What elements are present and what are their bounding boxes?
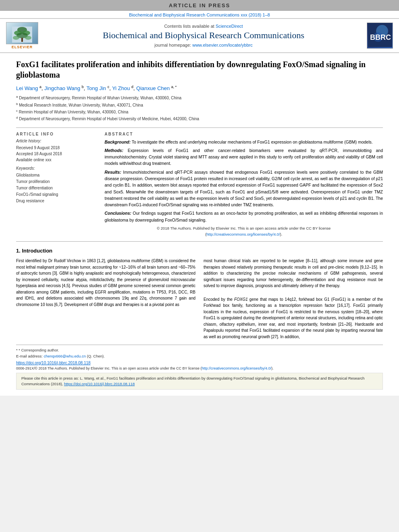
affiliation-d: d Department of Neurosurgery, Renmin Hos… <box>16 115 383 122</box>
bbrc-logo: BBRC <box>367 23 393 49</box>
svg-point-7 <box>25 36 31 40</box>
homepage-url[interactable]: www.elsevier.com/locate/ybbrc <box>192 43 253 47</box>
affiliations: a Department of Neurosurgery, Renmin Hos… <box>16 94 383 122</box>
article-info-abstract-section: ARTICLE INFO Article history: Received 9… <box>16 132 383 238</box>
bbrc-logo-container: BBRC <box>367 23 395 49</box>
abstract-methods: Methods: Expression levels of FoxG1 and … <box>105 147 383 167</box>
sciencedirect-link[interactable]: ScienceDirect <box>216 24 243 29</box>
citation-doi[interactable]: https://doi.org/10.1016/j.bbrc.2018.08.1… <box>64 382 135 386</box>
author-qianxue-chen[interactable]: Qianxue Chen <box>136 85 170 91</box>
affiliation-c: c Renmin Hospital of Wuhan University, W… <box>16 109 383 115</box>
page: ARTICLE IN PRESS Biochemical and Biophys… <box>0 0 399 396</box>
email-line: E-mail address: chenqx666@whu.edu.cn (Q.… <box>16 353 383 359</box>
intro-left-text: First identified by Dr Rudolf Virchow in… <box>16 258 195 308</box>
email-person: (Q. Chen). <box>87 354 105 358</box>
keyword-1: Glioblastoma <box>16 172 97 179</box>
keyword-3: Tumor differentiation <box>16 185 97 191</box>
contents-line: Contents lists available at ScienceDirec… <box>164 24 243 29</box>
contents-text: Contents lists available at <box>164 24 216 29</box>
affiliation-a: a Department of Neurosurgery, Renmin Hos… <box>16 94 383 101</box>
abstract-column: ABSTRACT Background: To investigate the … <box>105 132 383 238</box>
issn-line: 0006-291X/© 2018 The Authors. Published … <box>16 366 383 370</box>
keywords-label: Keywords: <box>16 166 97 170</box>
abstract-heading: ABSTRACT <box>105 132 383 136</box>
authors-line: Lei Wang a, Jingchao Wang b, Tong Jin c,… <box>16 85 383 91</box>
author-jingchao-wang[interactable]: Jingchao Wang <box>44 85 80 91</box>
journal-header: ELSEVIER Contents lists available at Sci… <box>0 18 399 53</box>
author-tong-jin[interactable]: Tong Jin <box>86 85 106 91</box>
elsevier-label: ELSEVIER <box>12 45 33 49</box>
svg-text:BBRC: BBRC <box>370 33 391 41</box>
article-title: FoxG1 facilitates proliferation and inhi… <box>16 59 383 80</box>
intro-right-text-2: Encoded by the FOXG1 gene that maps to 1… <box>204 296 383 340</box>
section-divider-2 <box>16 241 383 242</box>
article-info-heading: ARTICLE INFO <box>16 132 97 136</box>
email-label: E-mail address: <box>16 354 44 358</box>
keyword-4: FoxO1-/Smad signaling <box>16 191 97 198</box>
doi-link[interactable]: https://doi.org/10.1016/j.bbrc.2018.08.1… <box>16 361 383 365</box>
license-link[interactable]: http://creativecommons.org/licenses/by/4… <box>206 232 280 236</box>
intro-number: 1. <box>16 248 21 254</box>
citation-bar: Please cite this article in press as: L.… <box>16 373 383 390</box>
article-in-press-banner: ARTICLE IN PRESS <box>0 0 399 11</box>
journal-ref-text: Biochemical and Biophysical Research Com… <box>129 12 270 17</box>
corresponding-label: * Corresponding author. <box>19 348 59 352</box>
footnote-area: * * Corresponding author. E-mail address… <box>16 345 383 370</box>
intro-heading: Introduction <box>22 248 52 254</box>
abstract-conclusions: Conclusions: Our findings suggest that F… <box>105 210 383 223</box>
license-line: © 2018 The Authors. Published by Elsevie… <box>105 226 383 237</box>
main-content: FoxG1 facilitates proliferation and inhi… <box>0 53 399 396</box>
email-link[interactable]: chenqx666@whu.edu.cn <box>44 354 86 358</box>
history-label: Article history: <box>16 139 97 143</box>
received-date: Received 9 August 2018 <box>16 145 97 151</box>
svg-point-6 <box>13 36 19 40</box>
abstract-text: Background: To investigate the effects a… <box>105 139 383 238</box>
introduction-section: 1. Introduction First identified by Dr R… <box>16 248 383 340</box>
introduction-body: First identified by Dr Rudolf Virchow in… <box>16 258 383 340</box>
intro-right-text: most human clinical trials are reported … <box>204 258 383 289</box>
intro-right-col: most human clinical trials are reported … <box>204 258 383 340</box>
author-lei-wang[interactable]: Lei Wang <box>16 85 38 91</box>
journal-title: Biochemical and Biophysical Research Com… <box>103 30 304 41</box>
homepage-text: journal homepage: <box>154 43 192 47</box>
available-online: Available online xxx <box>16 157 97 163</box>
intro-left-col: First identified by Dr Rudolf Virchow in… <box>16 258 195 340</box>
corresponding-author: * * Corresponding author. <box>16 347 383 353</box>
homepage-line: journal homepage: www.elsevier.com/locat… <box>154 43 253 47</box>
journal-ref-line: Biochemical and Biophysical Research Com… <box>0 11 399 18</box>
elsevier-logo-container: ELSEVIER <box>4 22 40 49</box>
keywords-block: Keywords: Glioblastoma Tumor proliferati… <box>16 166 97 204</box>
issn-license-link[interactable]: http://creativecommons.org/licenses/by/4… <box>202 366 271 370</box>
journal-header-center: Contents lists available at ScienceDirec… <box>44 24 363 47</box>
author-yi-zhou[interactable]: Yi Zhou <box>112 85 130 91</box>
article-info-column: ARTICLE INFO Article history: Received 9… <box>16 132 97 238</box>
svg-rect-5 <box>21 38 23 42</box>
banner-text: ARTICLE IN PRESS <box>169 2 230 8</box>
keyword-2: Tumor proliferation <box>16 179 97 185</box>
bbrc-text: BBRC <box>368 23 392 48</box>
abstract-background: Background: To investigate the effects a… <box>105 139 383 145</box>
keyword-5: Drug resistance <box>16 198 97 204</box>
section-divider-1 <box>16 127 383 128</box>
affiliation-b: b Medical Research Institute, Wuhan Univ… <box>16 102 383 109</box>
elsevier-image <box>6 22 38 44</box>
introduction-title: 1. Introduction <box>16 248 383 254</box>
accepted-date: Accepted 18 August 2018 <box>16 151 97 157</box>
abstract-results: Results: Immunohistochemical and qRT-PCR… <box>105 169 383 208</box>
